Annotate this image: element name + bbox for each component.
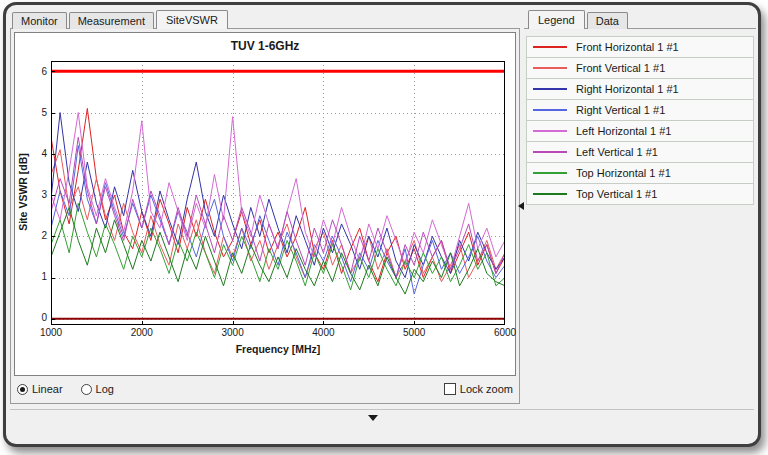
legend-list: Front Horizontal 1 #1 Front Vertical 1 #… xyxy=(526,37,754,205)
x-tick-label: 3000 xyxy=(221,327,243,338)
x-tick-label: 2000 xyxy=(131,327,153,338)
legend-item-label: Top Vertical 1 #1 xyxy=(576,188,657,200)
legend-item[interactable]: Right Vertical 1 #1 xyxy=(526,99,754,121)
y-tick-label: 0 xyxy=(41,311,47,322)
legend-color-line xyxy=(533,193,567,195)
lock-zoom-checkbox-icon[interactable] xyxy=(444,383,456,395)
legend-item[interactable]: Front Vertical 1 #1 xyxy=(526,57,754,79)
x-axis-ticks: 100020003000400050006000 xyxy=(51,327,505,339)
legend-item[interactable]: Right Horizontal 1 #1 xyxy=(526,78,754,100)
legend-item-label: Right Vertical 1 #1 xyxy=(576,104,665,116)
main-tabstrip: Monitor Measurement SiteVSWR xyxy=(12,10,230,29)
legend-color-line xyxy=(533,67,567,69)
chart-box: TUV 1-6GHz Site VSWR [dB] 0123456 100020… xyxy=(14,32,516,376)
legend-item-label: Top Horizontal 1 #1 xyxy=(576,167,671,179)
linear-radio-label: Linear xyxy=(32,383,63,395)
legend-panel: Front Horizontal 1 #1 Front Vertical 1 #… xyxy=(524,28,756,404)
chart-panel: TUV 1-6GHz Site VSWR [dB] 0123456 100020… xyxy=(10,28,520,404)
legend-item[interactable]: Front Horizontal 1 #1 xyxy=(526,36,754,58)
legend-item-label: Right Horizontal 1 #1 xyxy=(576,83,679,95)
y-tick-label: 5 xyxy=(41,107,47,118)
legend-item-label: Front Vertical 1 #1 xyxy=(576,62,665,74)
lock-zoom-checkbox[interactable]: Lock zoom xyxy=(444,383,513,395)
tab-sitevswr[interactable]: SiteVSWR xyxy=(156,10,228,29)
x-tick-label: 4000 xyxy=(312,327,334,338)
legend-item-label: Front Horizontal 1 #1 xyxy=(576,41,679,53)
chart-title: TUV 1-6GHz xyxy=(15,39,515,53)
legend-color-line xyxy=(533,172,567,174)
x-tick-label: 5000 xyxy=(403,327,425,338)
lock-zoom-label: Lock zoom xyxy=(460,383,513,395)
legend-item[interactable]: Left Horizontal 1 #1 xyxy=(526,120,754,142)
legend-item-label: Left Horizontal 1 #1 xyxy=(576,125,671,137)
tab-data[interactable]: Data xyxy=(587,12,628,29)
y-tick-label: 2 xyxy=(41,229,47,240)
log-radio-label: Log xyxy=(96,383,114,395)
vswr-plot[interactable] xyxy=(51,61,505,325)
legend-color-line xyxy=(533,88,567,90)
legend-item[interactable]: Left Vertical 1 #1 xyxy=(526,141,754,163)
scale-controls: Linear Log Lock zoom xyxy=(17,379,513,399)
bottom-divider xyxy=(10,409,754,410)
legend-item[interactable]: Top Vertical 1 #1 xyxy=(526,183,754,205)
x-tick-label: 1000 xyxy=(40,327,62,338)
x-axis-label: Frequency [MHz] xyxy=(51,343,505,355)
legend-item[interactable]: Top Horizontal 1 #1 xyxy=(526,162,754,184)
y-tick-label: 3 xyxy=(41,189,47,200)
y-tick-label: 1 xyxy=(41,270,47,281)
legend-color-line xyxy=(533,130,567,132)
legend-color-line xyxy=(533,109,567,111)
y-axis-label: Site VSWR [dB] xyxy=(17,153,29,231)
y-axis-ticks: 0123456 xyxy=(31,61,49,323)
linear-radio[interactable]: Linear xyxy=(17,383,63,395)
collapse-down-splitter-icon[interactable] xyxy=(368,415,378,421)
legend-color-line xyxy=(533,46,567,48)
legend-color-line xyxy=(533,151,567,153)
app-window: Monitor Measurement SiteVSWR Legend Data… xyxy=(3,2,761,447)
x-tick-label: 6000 xyxy=(494,327,516,338)
collapse-left-splitter-icon[interactable] xyxy=(518,202,524,210)
tab-monitor[interactable]: Monitor xyxy=(12,12,67,29)
legend-tabstrip: Legend Data xyxy=(528,10,630,29)
legend-item-label: Left Vertical 1 #1 xyxy=(576,146,658,158)
linear-radio-icon[interactable] xyxy=(17,384,28,395)
log-radio-icon[interactable] xyxy=(81,384,92,395)
tab-measurement[interactable]: Measurement xyxy=(69,12,154,29)
log-radio[interactable]: Log xyxy=(81,383,114,395)
y-tick-label: 4 xyxy=(41,148,47,159)
y-tick-label: 6 xyxy=(41,66,47,77)
tab-legend[interactable]: Legend xyxy=(528,10,585,29)
